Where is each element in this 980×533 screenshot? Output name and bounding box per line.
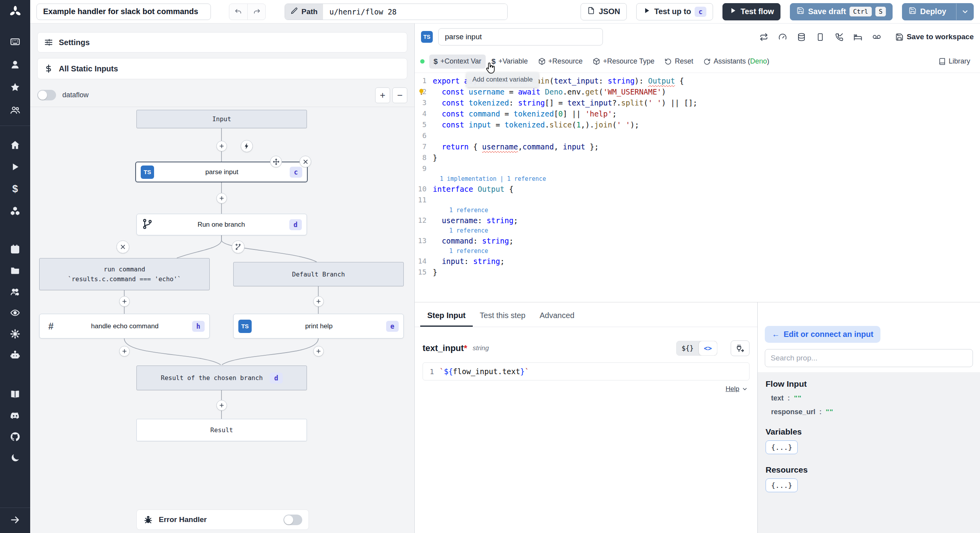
workers-icon[interactable] xyxy=(7,347,23,363)
field-value-editor[interactable]: 1 `${flow_input.text}` xyxy=(423,362,750,380)
connect-input-button[interactable] xyxy=(731,340,750,356)
variables-icon[interactable]: $ xyxy=(7,181,23,196)
test-up-to-button[interactable]: Test up to c xyxy=(636,3,713,20)
folders-icon[interactable] xyxy=(7,262,23,278)
concurrency-icon[interactable] xyxy=(872,33,881,42)
resources-icon[interactable] xyxy=(7,203,23,218)
node-branch-result[interactable]: Result of the chosen branch d xyxy=(136,366,307,390)
tab-step-input[interactable]: Step Input xyxy=(420,308,473,327)
save-to-workspace-button[interactable]: Save to workspace xyxy=(895,33,974,41)
node-default-branch[interactable]: Default Branch xyxy=(233,262,404,286)
move-step-icon[interactable] xyxy=(270,156,282,167)
add-resource-type-button[interactable]: +Resource Type xyxy=(588,55,659,68)
step-name-input[interactable] xyxy=(438,28,603,45)
audit-logs-icon[interactable] xyxy=(7,305,23,320)
node-run-one-branch[interactable]: Run one branch d xyxy=(136,214,307,235)
trigger-bolt-icon[interactable] xyxy=(241,140,253,152)
cache-icon[interactable] xyxy=(797,33,806,42)
codelens[interactable]: 1 reference xyxy=(415,206,980,215)
codelens[interactable]: 1 reference xyxy=(415,246,980,256)
delete-step-icon[interactable] xyxy=(299,156,311,167)
suspend-icon[interactable] xyxy=(835,33,844,42)
code-line[interactable]: 8} xyxy=(415,152,980,163)
code-line[interactable]: 9 xyxy=(415,163,980,174)
prop-row-text[interactable]: text:"" xyxy=(771,394,972,402)
add-step-icon[interactable] xyxy=(216,400,227,411)
add-resource-button[interactable]: +Resource xyxy=(534,55,587,68)
code-editor[interactable]: 1export async function main(text_input: … xyxy=(415,73,980,302)
star-icon[interactable] xyxy=(7,79,23,95)
add-step-icon[interactable] xyxy=(119,346,130,357)
expand-sidebar-icon[interactable] xyxy=(7,512,23,528)
node-parse-input[interactable]: TS parse input c xyxy=(135,162,308,182)
code-line[interactable]: 5 const input = tokenized.slice(1,).join… xyxy=(415,119,980,130)
add-step-icon[interactable] xyxy=(216,141,227,151)
docs-icon[interactable] xyxy=(7,386,23,402)
json-button[interactable]: JSON xyxy=(581,3,626,20)
node-print-help[interactable]: TS print help e xyxy=(233,314,404,338)
mock-icon[interactable] xyxy=(816,33,825,42)
node-branch-run-command[interactable]: run command `results.c.command === 'echo… xyxy=(39,258,210,290)
node-handle-echo-command[interactable]: # handle echo command h xyxy=(39,314,210,338)
code-line[interactable]: 13 command: string; xyxy=(415,235,980,246)
tab-test-this-step[interactable]: Test this step xyxy=(473,308,533,327)
code-line[interactable]: 7 return { username,command, input }; xyxy=(415,141,980,152)
edit-or-connect-button[interactable]: ← Edit or connect an input xyxy=(765,326,880,343)
discord-icon[interactable] xyxy=(7,407,23,423)
path-input[interactable] xyxy=(323,4,507,20)
prop-row-response_url[interactable]: response_url:"" xyxy=(771,408,972,416)
windmill-logo[interactable] xyxy=(0,0,30,24)
deploy-button[interactable]: Deploy xyxy=(902,3,974,20)
dark-mode-icon[interactable] xyxy=(7,450,23,466)
remove-branch-icon[interactable] xyxy=(116,240,129,253)
user-icon[interactable] xyxy=(7,56,23,72)
runs-icon[interactable] xyxy=(7,159,23,175)
schedules-icon[interactable] xyxy=(7,241,23,257)
retry-icon[interactable] xyxy=(759,33,768,42)
prop-search-input[interactable] xyxy=(765,349,973,367)
redo-button[interactable] xyxy=(247,4,265,20)
tab-advanced[interactable]: Advanced xyxy=(532,308,581,327)
add-step-icon[interactable] xyxy=(216,193,227,204)
add-step-icon[interactable] xyxy=(119,296,130,307)
save-draft-button[interactable]: Save draft Ctrl S xyxy=(790,3,893,20)
code-line[interactable]: 14 input: string; xyxy=(415,256,980,267)
assistants-button[interactable]: Assistants (Deno) xyxy=(699,55,773,68)
early-stop-icon[interactable] xyxy=(778,33,787,42)
github-icon[interactable] xyxy=(7,429,23,444)
node-flow-input[interactable]: Input xyxy=(136,110,307,128)
flow-title-input[interactable] xyxy=(36,4,211,20)
library-button[interactable]: Library xyxy=(934,55,975,68)
code-line[interactable]: 10interface Output { xyxy=(415,184,980,195)
test-flow-button[interactable]: Test flow xyxy=(722,3,780,20)
code-line[interactable]: 4 const command = tokenized[0] || 'help'… xyxy=(415,108,980,119)
settings-icon[interactable] xyxy=(7,326,23,342)
help-link[interactable]: Help xyxy=(726,385,739,393)
error-handler-toggle[interactable] xyxy=(283,515,302,525)
add-step-icon[interactable] xyxy=(313,296,324,307)
users-icon[interactable] xyxy=(7,102,23,118)
apps-icon[interactable] xyxy=(7,34,23,49)
add-step-icon[interactable] xyxy=(313,346,324,357)
code-line[interactable]: 11 xyxy=(415,195,980,206)
code-line[interactable]: 3 const tokenized: string[] = text_input… xyxy=(415,97,980,108)
codelens[interactable]: 1 reference xyxy=(415,226,980,235)
template-mode-button[interactable]: ${} xyxy=(677,341,699,355)
codelens[interactable]: 1 implementation | 1 reference xyxy=(415,174,980,184)
code-line[interactable]: 15} xyxy=(415,267,980,278)
deploy-dropdown[interactable] xyxy=(956,4,973,20)
add-branch-icon[interactable] xyxy=(232,240,245,253)
chevron-down-icon[interactable] xyxy=(742,386,748,392)
code-line[interactable]: 6 xyxy=(415,130,980,141)
sleep-icon[interactable] xyxy=(853,33,862,42)
code-mode-button[interactable]: <> xyxy=(699,341,717,355)
variables-object-button[interactable]: {...} xyxy=(766,440,798,454)
groups-icon[interactable] xyxy=(7,284,23,299)
home-icon[interactable] xyxy=(7,137,23,153)
reset-button[interactable]: Reset xyxy=(660,55,697,68)
code-line[interactable]: 2 const username = await Deno.env.get('W… xyxy=(415,86,980,97)
code-line[interactable]: 12 username: string; xyxy=(415,215,980,226)
edit-path-button[interactable]: Path xyxy=(285,4,323,20)
node-result[interactable]: Result xyxy=(136,419,307,441)
add-context-var-button[interactable]: $+Context Var xyxy=(429,55,486,69)
